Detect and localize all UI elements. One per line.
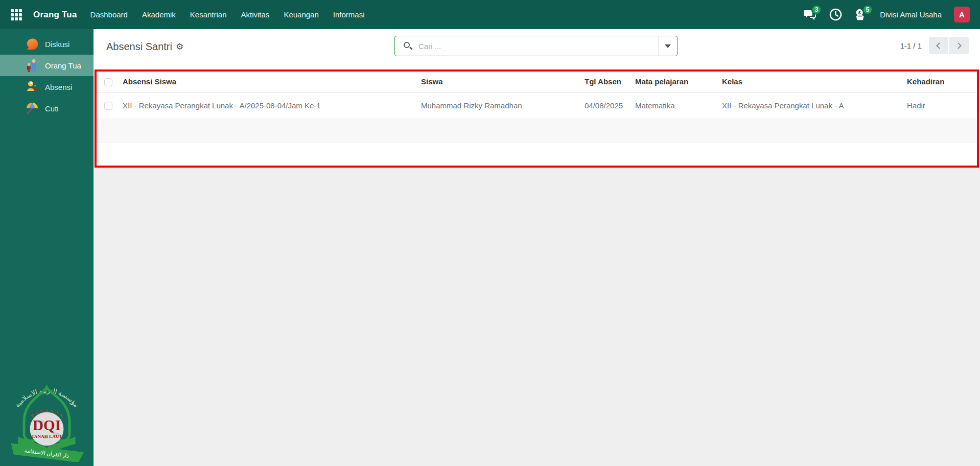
svg-text:TANAH LAUT: TANAH LAUT xyxy=(31,434,62,439)
timeoff-umbrella-icon xyxy=(26,102,39,115)
menu-item-akademik[interactable]: Akademik xyxy=(142,7,176,22)
pager-next-button[interactable] xyxy=(949,37,969,54)
menu-item-keuangan[interactable]: Keuangan xyxy=(284,7,318,22)
menu-item-aktivitas[interactable]: Aktivitas xyxy=(241,7,270,22)
highlighted-table-region: Absensi Siswa Siswa Tgl Absen Mata pelaj… xyxy=(95,69,979,168)
cell-kehadiran[interactable]: Hadir xyxy=(907,92,977,119)
cell-kelas[interactable]: XII - Rekayasa Perangkat Lunak - A xyxy=(722,92,907,119)
sidebar-item-orang-tua[interactable]: Orang Tua xyxy=(0,55,94,76)
foundation-logo: مؤسسة التربية الاسلامية Y A Y A S A N DQ… xyxy=(7,374,86,462)
pager-previous-button[interactable] xyxy=(929,37,948,54)
svg-text:DQI: DQI xyxy=(33,417,61,433)
messages-icon[interactable]: 3 xyxy=(803,8,816,21)
col-header-absensi-siswa[interactable]: Absensi Siswa xyxy=(120,72,421,92)
apps-menu-icon[interactable] xyxy=(11,9,22,20)
money-collect-icon[interactable]: $ 5 xyxy=(854,8,868,21)
col-header-siswa[interactable]: Siswa xyxy=(421,72,585,92)
app-window: Orang Tua Dashboard Akademik Kesantrian … xyxy=(0,0,980,466)
sidebar-item-label: Orang Tua xyxy=(45,61,81,70)
app-name[interactable]: Orang Tua xyxy=(33,10,77,20)
search-input[interactable] xyxy=(418,42,658,51)
user-menu[interactable]: Divisi Amal Usaha xyxy=(880,10,942,19)
main-menu: Dashboard Akademik Kesantrian Aktivitas … xyxy=(90,7,365,22)
discuss-icon xyxy=(26,37,39,51)
svg-text:$: $ xyxy=(858,10,861,15)
cell-absensi-siswa[interactable]: XII - Rekayasa Perangkat Lunak - A/2025-… xyxy=(120,92,421,119)
messages-badge: 3 xyxy=(811,5,822,15)
table-header-row: Absensi Siswa Siswa Tgl Absen Mata pelaj… xyxy=(97,72,977,92)
top-navbar: Orang Tua Dashboard Akademik Kesantrian … xyxy=(0,0,980,29)
table-row[interactable]: XII - Rekayasa Perangkat Lunak - A/2025-… xyxy=(97,92,977,119)
pager: 1-1 / 1 xyxy=(900,37,969,54)
sidebar-item-absensi[interactable]: Absensi xyxy=(0,76,94,98)
menu-item-dashboard[interactable]: Dashboard xyxy=(90,7,128,22)
records-table: Absensi Siswa Siswa Tgl Absen Mata pelaj… xyxy=(97,72,977,166)
activity-clock-icon[interactable] xyxy=(829,8,842,21)
empty-stripe-row xyxy=(97,119,977,142)
col-header-kehadiran[interactable]: Kehadiran xyxy=(907,72,977,92)
cell-siswa[interactable]: Muhammad Rizky Ramadhan xyxy=(421,92,585,119)
svg-text:مؤسسة التربية الاسلامية: مؤسسة التربية الاسلامية xyxy=(13,387,80,409)
select-all-checkbox[interactable] xyxy=(104,78,112,86)
sidebar-item-diskusi[interactable]: Diskusi xyxy=(0,33,94,55)
menu-item-kesantrian[interactable]: Kesantrian xyxy=(190,7,227,22)
pager-range: 1-1 / 1 xyxy=(900,41,922,50)
col-header-kelas[interactable]: Kelas xyxy=(722,72,907,92)
search-icon xyxy=(404,42,412,51)
search-bar xyxy=(394,36,678,56)
sidebar-item-cuti[interactable]: Cuti xyxy=(0,98,94,119)
systray: 3 $ 5 Divisi Amal Usaha A xyxy=(803,7,970,22)
cell-mata-pelajaran[interactable]: Matematika xyxy=(635,92,722,119)
money-badge: 5 xyxy=(862,5,873,15)
chevron-down-icon xyxy=(665,44,671,48)
breadcrumb: Absensi Santri ⚙ xyxy=(106,41,183,53)
cell-tgl-absen[interactable]: 04/08/2025 xyxy=(585,92,635,119)
row-checkbox[interactable] xyxy=(104,102,112,110)
page-title: Absensi Santri xyxy=(106,41,172,53)
parents-icon xyxy=(26,59,39,72)
gear-icon[interactable]: ⚙ xyxy=(176,42,183,51)
sidebar-item-label: Diskusi xyxy=(45,40,69,49)
control-panel: Absensi Santri ⚙ 1-1 / 1 xyxy=(94,29,980,69)
col-header-tgl-absen[interactable]: Tgl Absen xyxy=(585,72,635,92)
sidebar-item-label: Absensi xyxy=(45,83,72,91)
search-filter-toggle[interactable] xyxy=(658,36,677,56)
attendance-icon xyxy=(26,80,39,94)
avatar[interactable]: A xyxy=(954,7,970,22)
col-header-mata-pelajaran[interactable]: Mata pelajaran xyxy=(635,72,722,92)
empty-row xyxy=(97,142,977,166)
menu-item-informasi[interactable]: Informasi xyxy=(333,7,365,22)
sidebar-item-label: Cuti xyxy=(45,104,59,113)
sidebar: Diskusi Orang Tua xyxy=(0,29,94,466)
